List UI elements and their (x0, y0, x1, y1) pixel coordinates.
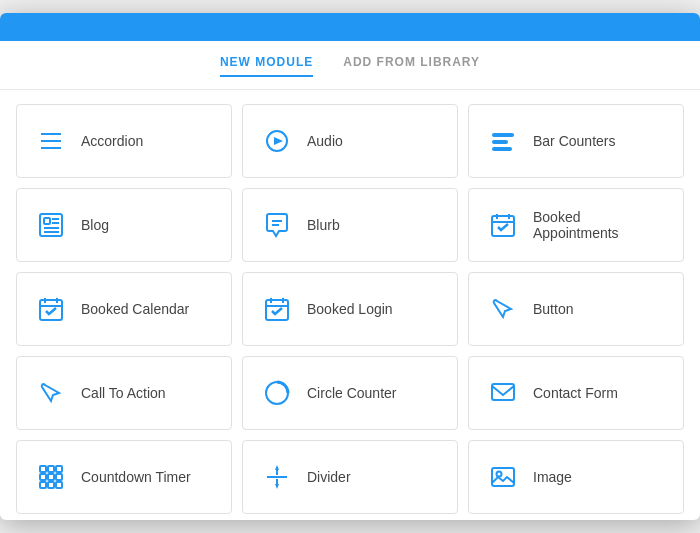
svg-marker-4 (274, 137, 283, 145)
module-name-booked-login: Booked Login (307, 301, 393, 317)
modules-grid: Accordion Audio Bar Counters Blog Blurb … (0, 90, 700, 520)
module-card-countdown-timer[interactable]: Countdown Timer (16, 440, 232, 514)
tab-new-module[interactable]: NEW MODULE (220, 55, 313, 77)
module-card-blog[interactable]: Blog (16, 188, 232, 262)
module-card-divider[interactable]: Divider (242, 440, 458, 514)
svg-rect-24 (266, 300, 288, 320)
svg-rect-44 (492, 468, 514, 486)
button-icon (485, 291, 521, 327)
module-name-divider: Divider (307, 469, 351, 485)
svg-rect-38 (56, 482, 62, 488)
module-card-booked-login[interactable]: Booked Login (242, 272, 458, 346)
module-name-audio: Audio (307, 133, 343, 149)
circle-counter-icon (259, 375, 295, 411)
svg-rect-9 (44, 218, 50, 224)
svg-rect-33 (40, 474, 46, 480)
blurb-icon (259, 207, 295, 243)
svg-rect-20 (40, 300, 62, 320)
module-name-image: Image (533, 469, 572, 485)
svg-rect-29 (492, 384, 514, 400)
svg-point-45 (497, 472, 502, 477)
accordion-icon (33, 123, 69, 159)
module-card-call-to-action[interactable]: Call To Action (16, 356, 232, 430)
modal-header (0, 13, 700, 41)
module-name-accordion: Accordion (81, 133, 143, 149)
svg-rect-6 (492, 140, 508, 144)
booked-calendar-icon (33, 291, 69, 327)
module-card-accordion[interactable]: Accordion (16, 104, 232, 178)
booked-login-icon (259, 291, 295, 327)
svg-rect-16 (492, 216, 514, 236)
svg-rect-5 (492, 133, 514, 137)
tab-bar: NEW MODULE ADD FROM LIBRARY (0, 41, 700, 90)
module-card-booked-calendar[interactable]: Booked Calendar (16, 272, 232, 346)
module-name-button: Button (533, 301, 573, 317)
module-name-countdown-timer: Countdown Timer (81, 469, 191, 485)
module-name-blurb: Blurb (307, 217, 340, 233)
module-card-audio[interactable]: Audio (242, 104, 458, 178)
svg-rect-36 (40, 482, 46, 488)
blog-icon (33, 207, 69, 243)
svg-rect-7 (492, 147, 512, 151)
svg-marker-42 (275, 465, 279, 470)
svg-marker-43 (275, 484, 279, 489)
module-card-blurb[interactable]: Blurb (242, 188, 458, 262)
module-name-booked-calendar: Booked Calendar (81, 301, 189, 317)
module-name-contact-form: Contact Form (533, 385, 618, 401)
booked-appointments-icon (485, 207, 521, 243)
module-card-contact-form[interactable]: Contact Form (468, 356, 684, 430)
module-name-circle-counter: Circle Counter (307, 385, 396, 401)
module-card-circle-counter[interactable]: Circle Counter (242, 356, 458, 430)
module-name-booked-appointments: Booked Appointments (533, 209, 667, 241)
module-name-bar-counters: Bar Counters (533, 133, 615, 149)
svg-rect-37 (48, 482, 54, 488)
module-card-button[interactable]: Button (468, 272, 684, 346)
module-card-booked-appointments[interactable]: Booked Appointments (468, 188, 684, 262)
image-icon (485, 459, 521, 495)
module-name-call-to-action: Call To Action (81, 385, 166, 401)
divider-icon (259, 459, 295, 495)
module-card-image[interactable]: Image (468, 440, 684, 514)
module-card-bar-counters[interactable]: Bar Counters (468, 104, 684, 178)
svg-rect-32 (56, 466, 62, 472)
svg-rect-30 (40, 466, 46, 472)
audio-icon (259, 123, 295, 159)
svg-rect-31 (48, 466, 54, 472)
module-name-blog: Blog (81, 217, 109, 233)
svg-rect-34 (48, 474, 54, 480)
countdown-timer-icon (33, 459, 69, 495)
tab-add-from-library[interactable]: ADD FROM LIBRARY (343, 55, 480, 77)
insert-module-modal: NEW MODULE ADD FROM LIBRARY Accordion Au… (0, 13, 700, 520)
svg-rect-35 (56, 474, 62, 480)
contact-form-icon (485, 375, 521, 411)
bar-counters-icon (485, 123, 521, 159)
call-to-action-icon (33, 375, 69, 411)
